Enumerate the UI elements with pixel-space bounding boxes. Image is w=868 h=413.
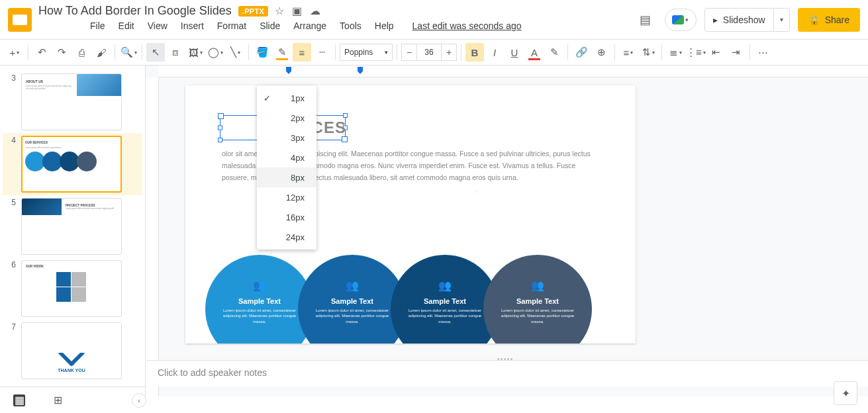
slide-thumbnail-4[interactable]: OUR SERVICESLorem ipsum dolor sit amet c… [21, 136, 122, 193]
menu-arrange[interactable]: Arrange [288, 19, 332, 32]
font-size-decrease[interactable]: − [401, 44, 417, 61]
outdent-button[interactable]: ⇤ [707, 43, 726, 62]
highlight-button[interactable]: ✎ [545, 43, 563, 62]
move-icon[interactable]: ▣ [292, 5, 302, 17]
menu-bar: File Edit View Insert Format Slide Arran… [38, 19, 573, 35]
link-button[interactable]: 🔗 [572, 43, 591, 62]
people-icon: 👥 [530, 279, 546, 292]
zoom-button[interactable]: 🔍 [119, 43, 138, 62]
border-weight-1px[interactable]: ✓1px [257, 88, 316, 108]
textbox-tool[interactable]: ⧈ [166, 43, 185, 62]
slide-thumbnail-3[interactable]: ABOUT USLorem ipsum dolor sit amet conse… [21, 73, 122, 130]
thumb-number: 7 [8, 322, 16, 332]
border-weight-4px[interactable]: 4px [257, 148, 316, 167]
select-tool[interactable]: ↖ [146, 43, 165, 62]
thumb-number: 4 [8, 136, 16, 145]
pptx-badge: .PPTX [238, 6, 268, 17]
paint-format-button[interactable]: 🖌 [92, 43, 111, 62]
slide-canvas[interactable]: RVICES olor sit amet, consectetuer adipi… [185, 85, 636, 344]
menu-tools[interactable]: Tools [334, 19, 367, 32]
align-button[interactable]: ≡ [619, 43, 638, 62]
border-weight-8px[interactable]: 8px [257, 167, 316, 187]
menu-slide[interactable]: Slide [254, 19, 285, 32]
menu-insert[interactable]: Insert [175, 19, 209, 32]
menu-format[interactable]: Format [212, 19, 252, 32]
menu-help[interactable]: Help [369, 19, 399, 32]
italic-button[interactable]: I [485, 43, 504, 62]
check-icon: ✓ [264, 93, 271, 103]
people-icon: 👥 [344, 279, 360, 292]
people-icon: 👥 [437, 279, 453, 292]
border-weight-menu: ✓1px 2px 3px 4px 8px 12px 16px 24px [257, 85, 316, 250]
notes-drag-handle[interactable] [497, 358, 517, 360]
thumb-number: 5 [8, 198, 16, 207]
shape-tool[interactable]: ◯ [206, 43, 224, 62]
menu-file[interactable]: File [85, 19, 111, 32]
border-weight-2px[interactable]: 2px [257, 108, 316, 128]
thumb-number: 6 [8, 260, 16, 269]
view-bar: ▦ ⊞ ‹ [0, 387, 146, 413]
print-button[interactable]: ⎙ [72, 43, 91, 62]
redo-button[interactable]: ↷ [52, 43, 71, 62]
border-weight-16px[interactable]: 16px [257, 207, 316, 227]
slideshow-dropdown[interactable]: ▾ [774, 8, 790, 32]
undo-button[interactable]: ↶ [32, 43, 51, 62]
font-size-increase[interactable]: + [441, 44, 457, 61]
indent-button[interactable]: ⇥ [727, 43, 746, 62]
bulleted-list-button[interactable]: ⋮≡ [686, 43, 706, 62]
comments-icon[interactable]: ▤ [634, 9, 657, 31]
circle-4[interactable]: 👥Sample TextLorem ipsum dolor sit amet, … [483, 255, 592, 344]
notes-placeholder: Click to add speaker notes [158, 367, 267, 378]
border-color-button[interactable]: ✎ [273, 43, 291, 62]
explore-button[interactable]: ✦ [834, 381, 857, 405]
border-weight-3px[interactable]: 3px [257, 128, 316, 148]
image-tool[interactable]: 🖼 [186, 43, 205, 62]
collapse-panel-button[interactable]: ‹ [132, 393, 146, 408]
title-bar: How To Add Border In Google Slides .PPTX… [0, 0, 868, 39]
star-icon[interactable]: ☆ [275, 5, 284, 17]
border-weight-24px[interactable]: 24px [257, 227, 316, 247]
play-icon: ▸ [713, 15, 718, 25]
numbered-list-button[interactable]: ≣ [666, 43, 685, 62]
slide-thumbnail-7[interactable]: THANK YOU [21, 322, 122, 379]
line-spacing-button[interactable]: ⇅ [639, 43, 657, 62]
canvas[interactable]: ⇆ RVICES olor sit amet, consectetuer adi… [146, 66, 868, 396]
bold-button[interactable]: B [465, 43, 484, 62]
meet-button[interactable]: ▾ [665, 9, 697, 31]
menu-edit[interactable]: Edit [113, 19, 140, 32]
thumbnail-panel[interactable]: 3 ABOUT USLorem ipsum dolor sit amet con… [0, 66, 146, 396]
underline-button[interactable]: U [505, 43, 524, 62]
font-size-input[interactable] [417, 44, 441, 61]
last-edit-link[interactable]: Last edit was seconds ago [407, 19, 527, 32]
lock-icon: 🔒 [808, 15, 820, 25]
new-slide-button[interactable]: + [5, 43, 24, 62]
menu-view[interactable]: View [142, 19, 173, 32]
cloud-icon[interactable]: ☁ [310, 5, 320, 17]
share-button[interactable]: 🔒Share [798, 8, 860, 32]
speaker-notes[interactable]: Click to add speaker notes [146, 360, 868, 387]
slides-logo[interactable] [8, 8, 32, 32]
filmstrip-view-icon[interactable]: ▦ [13, 394, 25, 406]
circle-2[interactable]: 👥Sample TextLorem ipsum dolor sit amet, … [298, 255, 407, 344]
text-color-button[interactable]: A [525, 43, 544, 62]
document-title[interactable]: How To Add Border In Google Slides [38, 4, 232, 18]
slideshow-button[interactable]: ▸Slideshow [704, 8, 774, 32]
circle-3[interactable]: 👥Sample TextLorem ipsum dolor sit amet, … [391, 255, 499, 344]
vertical-ruler[interactable] [146, 77, 159, 396]
line-tool[interactable]: ╲ [226, 43, 244, 62]
toolbar: + ↶ ↷ ⎙ 🖌 🔍 ↖ ⧈ 🖼 ◯ ╲ 🪣 ✎ ≡ ┄ Poppins▾ −… [0, 39, 868, 66]
slide-thumbnail-5[interactable]: PROJECT PROCESSLorem ipsum dolor sit ame… [21, 198, 122, 255]
fill-color-button[interactable]: 🪣 [253, 43, 271, 62]
grid-view-icon[interactable]: ⊞ [52, 394, 64, 406]
comment-button[interactable]: ⊕ [592, 43, 610, 62]
border-weight-12px[interactable]: 12px [257, 187, 316, 207]
border-weight-button[interactable]: ≡ [293, 43, 311, 62]
font-family-select[interactable]: Poppins▾ [340, 44, 393, 61]
border-dash-button[interactable]: ┄ [313, 43, 331, 62]
horizontal-ruler[interactable] [159, 66, 868, 77]
more-button[interactable]: ⋯ [754, 43, 773, 62]
circle-1[interactable]: 👥Sample TextLorem ipsum dolor sit amet, … [205, 255, 314, 344]
circles-group: 👥Sample TextLorem ipsum dolor sit amet, … [205, 255, 592, 344]
slide-thumbnail-6[interactable]: OUR VISION [21, 260, 122, 317]
people-icon: 👥 [252, 279, 267, 292]
